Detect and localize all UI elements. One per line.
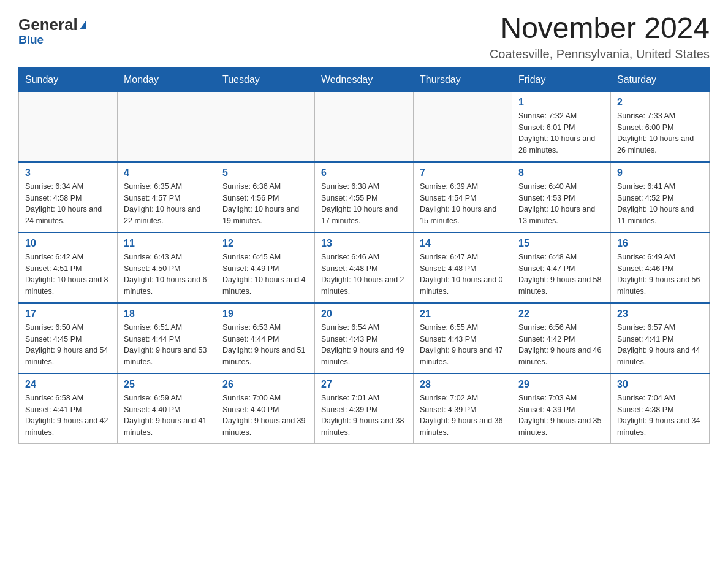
day-number: 19 — [222, 308, 308, 320]
calendar-cell: 23Sunrise: 6:57 AMSunset: 4:41 PMDayligh… — [611, 303, 710, 373]
day-number: 9 — [617, 167, 703, 178]
calendar-cell: 21Sunrise: 6:55 AMSunset: 4:43 PMDayligh… — [414, 303, 512, 373]
logo-triangle-icon — [80, 21, 86, 29]
calendar-week-row: 10Sunrise: 6:42 AMSunset: 4:51 PMDayligh… — [19, 232, 710, 303]
calendar-cell: 9Sunrise: 6:41 AMSunset: 4:52 PMDaylight… — [611, 162, 710, 232]
title-section: November 2024 Coatesville, Pennsylvania,… — [490, 12, 710, 61]
calendar-header-monday: Monday — [118, 67, 216, 91]
day-info: Sunrise: 6:46 AMSunset: 4:48 PMDaylight:… — [321, 251, 407, 297]
day-info: Sunrise: 6:54 AMSunset: 4:43 PMDaylight:… — [321, 322, 407, 368]
day-info: Sunrise: 7:00 AMSunset: 4:40 PMDaylight:… — [222, 393, 308, 439]
calendar-cell — [315, 91, 414, 162]
calendar-cell: 3Sunrise: 6:34 AMSunset: 4:58 PMDaylight… — [19, 162, 118, 232]
calendar-cell: 29Sunrise: 7:03 AMSunset: 4:39 PMDayligh… — [512, 373, 611, 444]
day-number: 4 — [124, 167, 210, 178]
calendar-header-thursday: Thursday — [414, 67, 512, 91]
calendar-cell: 15Sunrise: 6:48 AMSunset: 4:47 PMDayligh… — [512, 232, 611, 303]
calendar-cell: 26Sunrise: 7:00 AMSunset: 4:40 PMDayligh… — [216, 373, 315, 444]
day-number: 25 — [124, 379, 210, 390]
calendar-cell: 28Sunrise: 7:02 AMSunset: 4:39 PMDayligh… — [414, 373, 512, 444]
day-info: Sunrise: 7:03 AMSunset: 4:39 PMDaylight:… — [518, 393, 604, 439]
calendar-cell: 19Sunrise: 6:53 AMSunset: 4:44 PMDayligh… — [216, 303, 315, 373]
day-number: 3 — [25, 167, 111, 178]
day-info: Sunrise: 7:01 AMSunset: 4:39 PMDaylight:… — [321, 393, 407, 439]
day-info: Sunrise: 6:49 AMSunset: 4:46 PMDaylight:… — [617, 251, 703, 297]
day-number: 27 — [321, 379, 407, 390]
day-info: Sunrise: 6:39 AMSunset: 4:54 PMDaylight:… — [420, 181, 506, 227]
day-info: Sunrise: 6:36 AMSunset: 4:56 PMDaylight:… — [222, 181, 308, 227]
page-header: General Blue November 2024 Coatesville, … — [18, 12, 710, 61]
calendar-cell: 24Sunrise: 6:58 AMSunset: 4:41 PMDayligh… — [19, 373, 118, 444]
calendar-cell: 30Sunrise: 7:04 AMSunset: 4:38 PMDayligh… — [611, 373, 710, 444]
calendar-cell: 25Sunrise: 6:59 AMSunset: 4:40 PMDayligh… — [118, 373, 216, 444]
logo-general: General — [18, 15, 78, 34]
day-info: Sunrise: 6:43 AMSunset: 4:50 PMDaylight:… — [124, 251, 210, 297]
day-info: Sunrise: 7:04 AMSunset: 4:38 PMDaylight:… — [617, 393, 703, 439]
calendar-header-tuesday: Tuesday — [216, 67, 315, 91]
logo-general-text: General — [18, 15, 86, 34]
day-info: Sunrise: 7:32 AMSunset: 6:01 PMDaylight:… — [518, 110, 604, 156]
day-info: Sunrise: 6:58 AMSunset: 4:41 PMDaylight:… — [25, 393, 111, 439]
day-info: Sunrise: 6:41 AMSunset: 4:52 PMDaylight:… — [617, 181, 703, 227]
calendar-cell: 6Sunrise: 6:38 AMSunset: 4:55 PMDaylight… — [315, 162, 414, 232]
day-info: Sunrise: 6:42 AMSunset: 4:51 PMDaylight:… — [25, 251, 111, 297]
day-info: Sunrise: 6:50 AMSunset: 4:45 PMDaylight:… — [25, 322, 111, 368]
day-number: 16 — [617, 238, 703, 249]
day-number: 24 — [25, 379, 111, 390]
day-number: 6 — [321, 167, 407, 178]
calendar-header-wednesday: Wednesday — [315, 67, 414, 91]
day-info: Sunrise: 6:38 AMSunset: 4:55 PMDaylight:… — [321, 181, 407, 227]
day-number: 17 — [25, 308, 111, 320]
day-info: Sunrise: 6:35 AMSunset: 4:57 PMDaylight:… — [124, 181, 210, 227]
calendar-week-row: 1Sunrise: 7:32 AMSunset: 6:01 PMDaylight… — [19, 91, 710, 162]
calendar-cell: 14Sunrise: 6:47 AMSunset: 4:48 PMDayligh… — [414, 232, 512, 303]
calendar-cell: 5Sunrise: 6:36 AMSunset: 4:56 PMDaylight… — [216, 162, 315, 232]
day-info: Sunrise: 6:59 AMSunset: 4:40 PMDaylight:… — [124, 393, 210, 439]
day-number: 1 — [518, 97, 604, 108]
month-title: November 2024 — [490, 12, 710, 45]
day-number: 29 — [518, 379, 604, 390]
logo: General Blue — [18, 12, 86, 47]
day-number: 12 — [222, 238, 308, 249]
calendar-cell: 27Sunrise: 7:01 AMSunset: 4:39 PMDayligh… — [315, 373, 414, 444]
calendar-cell: 4Sunrise: 6:35 AMSunset: 4:57 PMDaylight… — [118, 162, 216, 232]
calendar-header-sunday: Sunday — [19, 67, 118, 91]
day-number: 20 — [321, 308, 407, 320]
day-number: 14 — [420, 238, 506, 249]
calendar-cell — [216, 91, 315, 162]
calendar-cell: 12Sunrise: 6:45 AMSunset: 4:49 PMDayligh… — [216, 232, 315, 303]
calendar-header-row: SundayMondayTuesdayWednesdayThursdayFrid… — [19, 67, 710, 91]
calendar-cell — [414, 91, 512, 162]
day-number: 13 — [321, 238, 407, 249]
calendar-week-row: 17Sunrise: 6:50 AMSunset: 4:45 PMDayligh… — [19, 303, 710, 373]
day-info: Sunrise: 6:40 AMSunset: 4:53 PMDaylight:… — [518, 181, 604, 227]
calendar-cell: 22Sunrise: 6:56 AMSunset: 4:42 PMDayligh… — [512, 303, 611, 373]
calendar-cell: 16Sunrise: 6:49 AMSunset: 4:46 PMDayligh… — [611, 232, 710, 303]
day-info: Sunrise: 6:45 AMSunset: 4:49 PMDaylight:… — [222, 251, 308, 297]
logo-blue-text: Blue — [18, 33, 44, 47]
day-number: 18 — [124, 308, 210, 320]
calendar-cell: 10Sunrise: 6:42 AMSunset: 4:51 PMDayligh… — [19, 232, 118, 303]
day-number: 7 — [420, 167, 506, 178]
calendar-header-saturday: Saturday — [611, 67, 710, 91]
day-info: Sunrise: 6:47 AMSunset: 4:48 PMDaylight:… — [420, 251, 506, 297]
calendar-week-row: 3Sunrise: 6:34 AMSunset: 4:58 PMDaylight… — [19, 162, 710, 232]
calendar-week-row: 24Sunrise: 6:58 AMSunset: 4:41 PMDayligh… — [19, 373, 710, 444]
day-info: Sunrise: 6:57 AMSunset: 4:41 PMDaylight:… — [617, 322, 703, 368]
day-number: 8 — [518, 167, 604, 178]
day-number: 5 — [222, 167, 308, 178]
calendar-cell: 11Sunrise: 6:43 AMSunset: 4:50 PMDayligh… — [118, 232, 216, 303]
day-number: 10 — [25, 238, 111, 249]
day-info: Sunrise: 6:53 AMSunset: 4:44 PMDaylight:… — [222, 322, 308, 368]
day-number: 2 — [617, 97, 703, 108]
day-number: 23 — [617, 308, 703, 320]
day-info: Sunrise: 6:56 AMSunset: 4:42 PMDaylight:… — [518, 322, 604, 368]
day-info: Sunrise: 7:02 AMSunset: 4:39 PMDaylight:… — [420, 393, 506, 439]
calendar-cell: 8Sunrise: 6:40 AMSunset: 4:53 PMDaylight… — [512, 162, 611, 232]
day-info: Sunrise: 6:34 AMSunset: 4:58 PMDaylight:… — [25, 181, 111, 227]
calendar-cell — [118, 91, 216, 162]
day-number: 11 — [124, 238, 210, 249]
day-info: Sunrise: 6:51 AMSunset: 4:44 PMDaylight:… — [124, 322, 210, 368]
day-info: Sunrise: 7:33 AMSunset: 6:00 PMDaylight:… — [617, 110, 703, 156]
day-number: 21 — [420, 308, 506, 320]
